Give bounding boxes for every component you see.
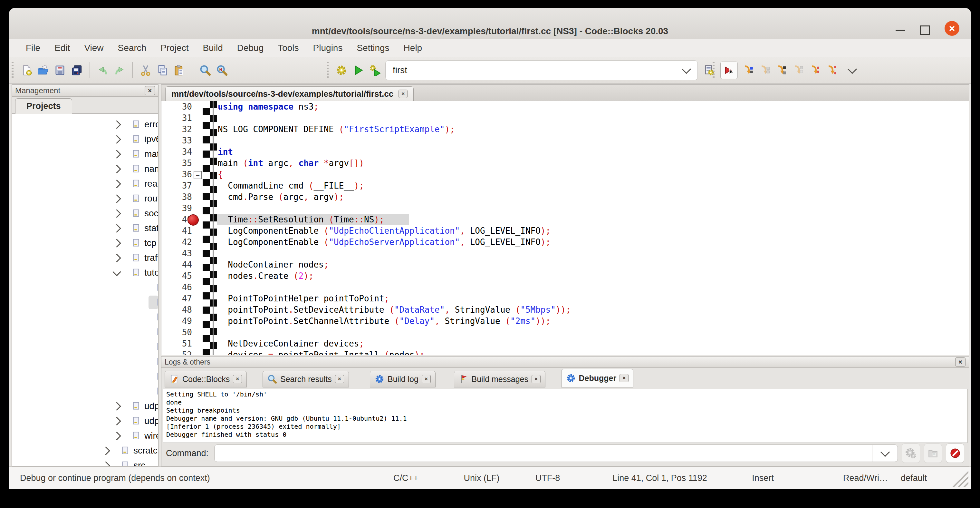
debug-toolbar-overflow-button[interactable]	[841, 68, 863, 73]
code-line-47[interactable]: 47 PointToPointHelper pointToPoint;	[161, 293, 969, 304]
line-number[interactable]: 52	[161, 350, 192, 355]
menu-build[interactable]: Build	[196, 43, 230, 53]
code-line-41[interactable]: 41 LogComponentEnable ("UdpEchoClientApp…	[161, 225, 969, 236]
line-number[interactable]: 51	[161, 339, 192, 349]
find-button[interactable]	[198, 62, 212, 79]
save-button[interactable]	[53, 62, 67, 79]
line-number[interactable]: 37	[161, 181, 192, 191]
code-line-45[interactable]: 45 nodes.Create (2);	[161, 270, 969, 282]
code-line-30[interactable]: 30using namespace ns3;	[161, 101, 969, 112]
step-into-button[interactable]	[774, 62, 788, 79]
tree-item-udp[interactable]: udp-	[12, 414, 158, 428]
build-and-run-button[interactable]	[368, 62, 382, 79]
editor-tab-close-icon[interactable]: ×	[399, 89, 407, 98]
breakpoint-margin[interactable]	[192, 349, 203, 355]
tree-item-ipv6[interactable]: ipv6	[12, 132, 158, 147]
tree-item-tcp[interactable]: tcp	[12, 236, 158, 250]
run-button[interactable]	[351, 62, 365, 79]
find-in-files-button[interactable]: R	[215, 62, 229, 79]
code-editor[interactable]: 30using namespace ns3;3132NS_LOG_COMPONE…	[161, 101, 969, 355]
maximize-button[interactable]	[920, 25, 930, 35]
tree-item-sock[interactable]: sock	[12, 206, 158, 221]
line-number[interactable]: 48	[161, 305, 192, 315]
breakpoint-margin[interactable]	[192, 225, 203, 236]
breakpoint-margin[interactable]	[192, 304, 203, 315]
line-number[interactable]: 39	[161, 204, 192, 213]
line-number[interactable]: 33	[161, 136, 192, 145]
breakpoint-icon[interactable]	[188, 214, 199, 226]
management-close-button[interactable]: ×	[145, 86, 155, 95]
breakpoint-margin[interactable]	[192, 157, 203, 169]
code-line-46[interactable]: 46	[161, 282, 969, 293]
tree-item-fir[interactable]: fir	[12, 295, 158, 310]
code-line-36[interactable]: 36–{	[161, 169, 969, 180]
log-tab-close-icon[interactable]: ×	[422, 375, 431, 383]
minimize-button[interactable]	[896, 30, 905, 31]
menu-project[interactable]: Project	[153, 43, 196, 53]
copy-button[interactable]	[155, 62, 169, 79]
tree-item-fo[interactable]: fo	[12, 310, 158, 325]
chevron-collapsed-icon[interactable]	[113, 209, 121, 218]
close-button[interactable]: ×	[945, 21, 959, 36]
line-number[interactable]: 35	[161, 158, 192, 168]
tree-item-stat[interactable]: stat	[12, 221, 158, 236]
build-target-input[interactable]	[386, 65, 675, 75]
line-number[interactable]: 46	[161, 282, 192, 292]
tree-item-nam[interactable]: nam	[12, 161, 158, 176]
menu-file[interactable]: File	[19, 43, 47, 53]
line-number[interactable]: 45	[161, 271, 192, 281]
tab-projects[interactable]: Projects	[15, 98, 72, 114]
breakpoint-margin[interactable]	[192, 191, 203, 202]
breakpoint-margin[interactable]	[192, 338, 203, 349]
undo-button[interactable]	[96, 62, 110, 79]
breakpoint-margin[interactable]	[192, 180, 203, 191]
line-number[interactable]: 43	[161, 248, 192, 258]
code-line-51[interactable]: 51 NetDeviceContainer devices;	[161, 338, 969, 349]
menu-help[interactable]: Help	[396, 43, 430, 53]
tree-item-tuto[interactable]: tuto	[12, 265, 158, 280]
breakpoint-margin[interactable]	[192, 135, 203, 146]
combo-dropdown-button[interactable]	[675, 68, 697, 73]
code-line-40[interactable]: 40 Time::SetResolution (Time::NS);	[161, 214, 969, 225]
code-line-34[interactable]: 34int	[161, 146, 969, 157]
line-number[interactable]: 41	[161, 226, 192, 236]
line-number[interactable]: 47	[161, 294, 192, 303]
code-line-49[interactable]: 49 pointToPoint.SetChannelAttribute ("De…	[161, 315, 969, 326]
breakpoint-margin[interactable]	[192, 236, 203, 248]
code-line-32[interactable]: 32NS_LOG_COMPONENT_DEFINE ("FirstScriptE…	[161, 123, 969, 135]
line-number[interactable]: 32	[161, 124, 192, 134]
line-number[interactable]: 30	[161, 102, 192, 111]
breakpoint-margin[interactable]	[192, 315, 203, 326]
debug-continue-button[interactable]	[720, 62, 738, 79]
tree-item-se[interactable]: se	[12, 339, 158, 354]
title-bar[interactable]: mnt/dev/tools/source/ns-3-dev/examples/t…	[9, 8, 971, 39]
chevron-collapsed-icon[interactable]	[113, 254, 121, 263]
breakpoint-margin[interactable]	[192, 248, 203, 259]
line-number[interactable]: 38	[161, 192, 192, 202]
tree-item-se[interactable]: se	[12, 354, 158, 369]
line-number[interactable]: 36	[161, 170, 192, 179]
log-tab-build-messages[interactable]: Build messages×	[454, 371, 546, 387]
tree-item-th[interactable]: th	[12, 384, 158, 399]
code-line-33[interactable]: 33	[161, 135, 969, 146]
menu-search[interactable]: Search	[111, 43, 154, 53]
toolbar-grip[interactable]	[713, 62, 714, 79]
breakpoint-margin[interactable]	[192, 146, 203, 157]
tree-item-he[interactable]: he	[12, 325, 158, 339]
menu-edit[interactable]: Edit	[47, 43, 77, 53]
toolbar-grip[interactable]	[11, 62, 14, 79]
new-file-button[interactable]	[19, 62, 33, 79]
code-line-39[interactable]: 39	[161, 202, 969, 214]
chevron-collapsed-icon[interactable]	[113, 120, 121, 129]
editor-tab-first-cc[interactable]: mnt/dev/tools/source/ns-3-dev/examples/t…	[165, 86, 414, 101]
tree-item-udp[interactable]: udp	[12, 399, 158, 414]
tree-item-fif[interactable]: fif	[12, 280, 158, 295]
code-line-35[interactable]: 35main (int argc, char *argv[])	[161, 157, 969, 169]
chevron-collapsed-icon[interactable]	[113, 239, 121, 248]
line-number[interactable]: 50	[161, 328, 192, 337]
breakpoint-margin[interactable]	[192, 293, 203, 304]
resize-grip[interactable]	[948, 469, 969, 487]
save-all-button[interactable]	[70, 62, 84, 79]
breakpoint-margin[interactable]	[192, 282, 203, 293]
breakpoint-margin[interactable]	[192, 326, 203, 338]
